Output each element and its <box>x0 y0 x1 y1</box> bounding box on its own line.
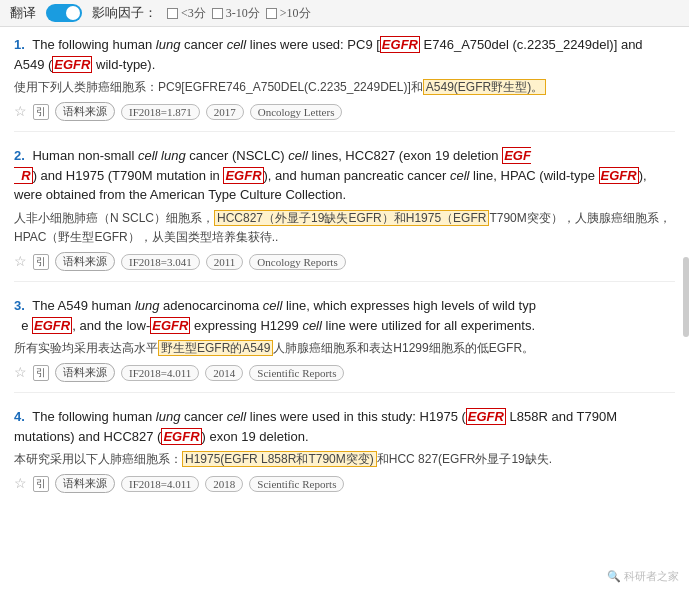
year-tag-3: 2014 <box>205 365 243 381</box>
egfr-1b: EGFR <box>52 56 92 73</box>
journal-tag-3: Scientific Reports <box>249 365 344 381</box>
result-3-en: 3. The A549 human lung adenocarcinoma ce… <box>14 296 675 335</box>
lung-italic-2: lung <box>161 148 186 163</box>
lung-italic-1: lung <box>156 37 181 52</box>
toggle-knob <box>66 6 80 20</box>
if-tag-2: IF2018=3.041 <box>121 254 200 270</box>
result-3-en-text: The A549 human lung adenocarcinoma cell … <box>14 298 536 334</box>
filter-group: <3分 3-10分 >10分 <box>167 5 311 22</box>
journal-tag-1: Oncology Letters <box>250 104 343 120</box>
cell-italic-3: cell <box>263 298 283 313</box>
result-2-en-text: Human non-small cell lung cancer (NSCLC)… <box>14 147 647 202</box>
scrollbar[interactable] <box>683 257 689 337</box>
cell-italic-2c: cell <box>450 168 470 183</box>
journal-tag-2: Oncology Reports <box>249 254 345 270</box>
egfr-3b: EGFR <box>150 317 190 334</box>
source-tag-3[interactable]: 语料来源 <box>55 363 115 382</box>
result-1-number: 1. <box>14 37 25 52</box>
star-icon-1[interactable]: ☆ <box>14 103 27 120</box>
source-tag-2[interactable]: 语料来源 <box>55 252 115 271</box>
year-tag-1: 2017 <box>206 104 244 120</box>
citation-icon-3[interactable]: 引 <box>33 365 49 381</box>
result-4-en: 4. The following human lung cancer cell … <box>14 407 675 446</box>
if-tag-1: IF2018=1.871 <box>121 104 200 120</box>
egfr-2b: EGFR <box>223 167 263 184</box>
result-3-cn: 所有实验均采用表达高水平野生型EGFR的A549人肺腺癌细胞系和表达H1299细… <box>14 339 675 358</box>
filter-item-2[interactable]: 3-10分 <box>212 5 260 22</box>
impact-label: 影响因子： <box>92 4 157 22</box>
year-tag-2: 2011 <box>206 254 244 270</box>
star-icon-2[interactable]: ☆ <box>14 253 27 270</box>
header-bar: 翻译 影响因子： <3分 3-10分 >10分 <box>0 0 689 27</box>
filter-checkbox-3[interactable] <box>266 8 277 19</box>
citation-icon-2[interactable]: 引 <box>33 254 49 270</box>
filter-item-1[interactable]: <3分 <box>167 5 206 22</box>
result-3-number: 3. <box>14 298 25 313</box>
result-4-en-text: The following human lung cancer cell lin… <box>14 408 617 445</box>
result-1-en-text: The following human lung cancer cell lin… <box>14 36 643 73</box>
result-4-meta: ☆ 引 语料来源 IF2018=4.011 2018 Scientific Re… <box>14 474 675 493</box>
egfr-3a: EGFR <box>32 317 72 334</box>
result-2-cn: 人非小细胞肺癌（N SCLC）细胞系，HCC827（外显子19缺失EGFR）和H… <box>14 209 675 247</box>
citation-icon-1[interactable]: 引 <box>33 104 49 120</box>
if-tag-4: IF2018=4.011 <box>121 476 199 492</box>
star-icon-4[interactable]: ☆ <box>14 475 27 492</box>
translate-toggle[interactable] <box>46 4 82 22</box>
lung-italic-3: lung <box>135 298 160 313</box>
result-1-en: 1. The following human lung cancer cell … <box>14 35 675 74</box>
result-4-cn-highlight: H1975(EGFR L858R和T790M突变) <box>182 451 377 467</box>
result-2-en: 2. Human non-small cell lung cancer (NSC… <box>14 146 675 205</box>
cell-italic-2: cell <box>138 148 158 163</box>
translate-label: 翻译 <box>10 4 36 22</box>
watermark-icon: 🔍 <box>607 570 621 582</box>
cell-italic-4: cell <box>227 409 247 424</box>
result-item-4: 4. The following human lung cancer cell … <box>14 407 675 503</box>
result-item-1: 1. The following human lung cancer cell … <box>14 35 675 132</box>
source-tag-1[interactable]: 语料来源 <box>55 102 115 121</box>
cell-italic-2b: cell <box>288 148 308 163</box>
if-tag-3: IF2018=4.011 <box>121 365 199 381</box>
egfr-4b: EGFR <box>161 428 201 445</box>
filter-label-3: >10分 <box>280 5 311 22</box>
watermark-text: 科研者之家 <box>624 570 679 582</box>
result-1-cn: 使用下列人类肺癌细胞系：PC9[EGFRE746_A750DEL(C.2235_… <box>14 78 675 97</box>
star-icon-3[interactable]: ☆ <box>14 364 27 381</box>
citation-icon-4[interactable]: 引 <box>33 476 49 492</box>
result-3-meta: ☆ 引 语料来源 IF2018=4.011 2014 Scientific Re… <box>14 363 675 382</box>
results-list: 1. The following human lung cancer cell … <box>0 27 689 525</box>
cell-italic-1: cell <box>227 37 247 52</box>
result-2-cn-highlight: HCC827（外显子19缺失EGFR）和H1975（EGFR <box>214 210 489 226</box>
result-1-cn-highlight: A549(EGFR野生型)。 <box>423 79 546 95</box>
journal-tag-4: Scientific Reports <box>249 476 344 492</box>
filter-checkbox-2[interactable] <box>212 8 223 19</box>
egfr-2c: EGFR <box>599 167 639 184</box>
result-2-number: 2. <box>14 148 25 163</box>
source-tag-4[interactable]: 语料来源 <box>55 474 115 493</box>
filter-label-2: 3-10分 <box>226 5 260 22</box>
result-2-meta: ☆ 引 语料来源 IF2018=3.041 2011 Oncology Repo… <box>14 252 675 271</box>
lung-italic-4: lung <box>156 409 181 424</box>
cell-italic-3b: cell <box>302 318 322 333</box>
watermark: 🔍 科研者之家 <box>607 569 679 584</box>
result-4-cn: 本研究采用以下人肺癌细胞系：H1975(EGFR L858R和T790M突变)和… <box>14 450 675 469</box>
filter-item-3[interactable]: >10分 <box>266 5 311 22</box>
result-item-2: 2. Human non-small cell lung cancer (NSC… <box>14 146 675 282</box>
year-tag-4: 2018 <box>205 476 243 492</box>
result-item-3: 3. The A549 human lung adenocarcinoma ce… <box>14 296 675 393</box>
result-1-meta: ☆ 引 语料来源 IF2018=1.871 2017 Oncology Lett… <box>14 102 675 121</box>
egfr-4a: EGFR <box>466 408 506 425</box>
filter-checkbox-1[interactable] <box>167 8 178 19</box>
result-3-cn-highlight: 野生型EGFR的A549 <box>158 340 273 356</box>
result-4-number: 4. <box>14 409 25 424</box>
filter-label-1: <3分 <box>181 5 206 22</box>
egfr-1a: EGFR <box>380 36 420 53</box>
